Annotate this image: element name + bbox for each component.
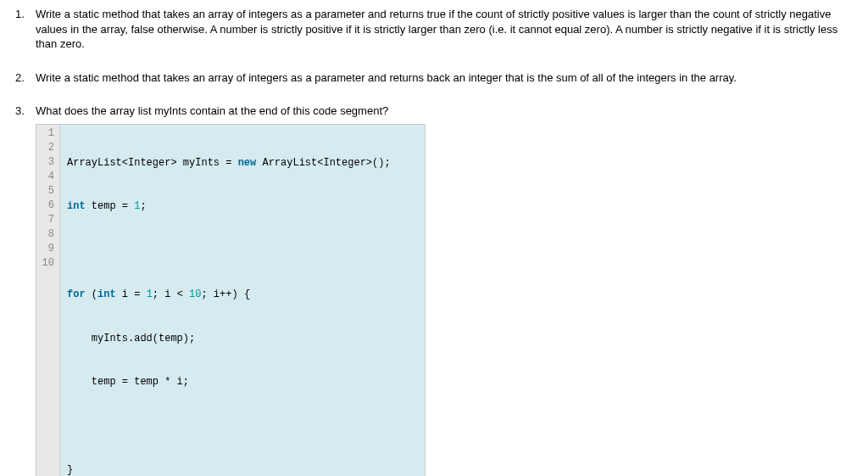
line-number: 3 [40,155,54,170]
line-number: 10 [40,256,54,271]
question-2: 2. Write a static method that takes an a… [15,70,853,86]
code-content: ArrayList<Integer> myInts = new ArrayLis… [60,125,425,476]
question-1: 1. Write a static method that takes an a… [15,7,853,52]
code-block-1: 1 2 3 4 5 6 7 8 9 10 ArrayList<Integer> … [36,124,426,476]
question-text: 1. Write a static method that takes an a… [15,7,853,52]
question-3: 3. What does the array list myInts conta… [15,104,853,476]
question-body: Write a static method that takes an arra… [32,7,853,52]
question-body: Write a static method that takes an arra… [32,70,737,86]
code-line: ArrayList<Integer> myInts = new ArrayLis… [67,156,418,171]
question-text: 2. Write a static method that takes an a… [15,70,853,86]
line-number: 1 [40,126,54,141]
question-number: 2. [15,70,32,86]
code-line [67,244,418,258]
question-body: What does the array list myInts contain … [32,104,388,119]
code-line [67,419,418,434]
question-text: 3. What does the array list myInts conta… [15,104,853,119]
line-number: 6 [40,199,54,213]
line-number: 7 [40,213,54,227]
line-number: 8 [40,227,54,242]
line-number: 5 [40,184,54,199]
question-number: 3. [15,104,32,119]
code-line: myInts.add(temp); [67,332,418,346]
line-number: 4 [40,170,54,184]
code-line: temp = temp * i; [67,375,418,389]
line-number-gutter: 1 2 3 4 5 6 7 8 9 10 [36,125,60,476]
line-number: 2 [40,141,54,155]
code-line: for (int i = 1; i < 10; i++) { [67,288,418,302]
code-line: } [67,463,418,476]
line-number: 9 [40,242,54,256]
question-number: 1. [15,7,32,52]
code-line: int temp = 1; [67,199,418,214]
